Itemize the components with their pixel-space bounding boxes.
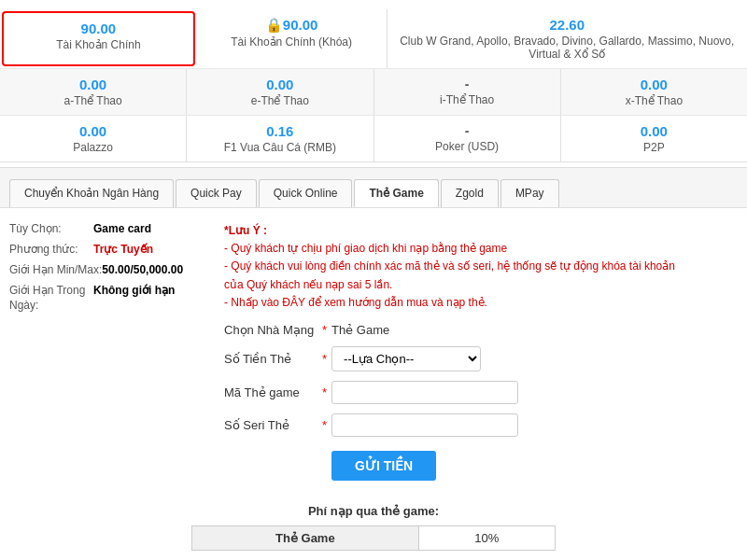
lock-icon: 🔒 — [265, 17, 283, 33]
notice-line2: - Quý khách vui lòng điền chính xác mã t… — [224, 259, 675, 273]
info-gioi-han-value: 50.00/50,000.00 — [102, 263, 183, 276]
balance-e-label: e-Thể Thao — [196, 94, 363, 107]
balance-club: 22.60 Club W Grand, Apollo, Bravado, Div… — [388, 9, 748, 68]
required-star-so-tien: * — [322, 352, 327, 366]
info-gioi-han-ngay-value: Không giới hạn — [93, 284, 175, 297]
so-tien-the-select[interactable]: --Lựa Chọn-- — [331, 346, 481, 371]
balance-x-label: x-Thể Thao — [571, 94, 738, 107]
tab-the-game[interactable]: Thẻ Game — [354, 179, 438, 207]
info-tuy-chon-value: Game card — [93, 222, 151, 235]
tab-quick-pay[interactable]: Quick Pay — [176, 179, 257, 207]
balance-row-top: 90.00 Tài Khoản Chính 🔒90.00 Tài Khoản C… — [0, 9, 747, 68]
balance-x-amount: 0.00 — [571, 77, 738, 92]
notice-line3: của Quý khách nếu nạp sai 5 lần. — [224, 278, 392, 291]
content-area: Tùy Chọn: Game card Phương thức: Trực Tu… — [0, 208, 747, 495]
info-tuy-chon-label: Tùy Chọn: — [9, 222, 93, 235]
tabs: Chuyển Khoản Ngân Hàng Quick Pay Quick O… — [9, 179, 738, 207]
balance-a-the-thao: 0.00 a-Thể Thao — [0, 69, 187, 115]
balance-main-locked-label: Tài Khoản Chính (Khóa) — [206, 35, 377, 49]
tab-mpay[interactable]: MPay — [500, 179, 559, 207]
balance-e-amount: 0.00 — [196, 77, 363, 92]
chon-nha-mang-value: Thẻ Game — [331, 323, 389, 337]
balance-f1: 0.16 F1 Vua Câu Cá (RMB) — [187, 116, 374, 161]
balance-club-amount: 22.60 — [397, 17, 739, 33]
balance-poker-amount: - — [384, 123, 551, 138]
so-seri-label: Số Seri Thẻ — [224, 418, 317, 432]
form-row-nha-mang: Chọn Nhà Mạng * Thẻ Game — [224, 323, 738, 337]
fee-col-name: Thẻ Game — [192, 525, 419, 550]
balance-main: 90.00 Tài Khoản Chính — [2, 11, 195, 66]
so-seri-input[interactable] — [331, 413, 518, 437]
balance-i-the-thao: - i-Thể Thao — [374, 69, 561, 115]
balance-p2p-amount: 0.00 — [571, 123, 738, 139]
notice-line1: - Quý khách tự chịu phí giao dịch khi nạ… — [224, 242, 507, 255]
main-container: 90.00 Tài Khoản Chính 🔒90.00 Tài Khoản C… — [0, 0, 747, 560]
info-gioi-han-label: Giới Hạn Min/Max: — [9, 263, 102, 276]
required-star-so-seri: * — [322, 418, 327, 432]
form-row-ma-the: Mã Thẻ game * — [224, 381, 738, 404]
so-tien-the-label: Số Tiền Thẻ — [224, 352, 317, 366]
info-gioi-han-ngay-label: Giới Hạn TrongNgày: — [9, 284, 93, 313]
form-row-so-tien: Số Tiền Thẻ * --Lựa Chọn-- — [224, 346, 738, 371]
fee-table-row: Thẻ Game 10% — [192, 525, 556, 550]
balance-row2: 0.00 a-Thể Thao 0.00 e-Thể Thao - i-Thể … — [0, 68, 747, 116]
info-gioi-han: Giới Hạn Min/Max: 50.00/50,000.00 — [9, 263, 205, 276]
balance-section: 90.00 Tài Khoản Chính 🔒90.00 Tài Khoản C… — [0, 0, 747, 168]
balance-main-locked-amount: 🔒90.00 — [206, 17, 377, 34]
form-panel: *Lưu Ý : - Quý khách tự chịu phí giao dị… — [224, 222, 738, 481]
balance-poker-label: Poker (USD) — [384, 140, 551, 153]
balance-poker: - Poker (USD) — [374, 116, 561, 161]
submit-row: GỬI TIỀN — [224, 446, 738, 481]
balance-p2p: 0.00 P2P — [561, 116, 747, 161]
tabs-section: Chuyển Khoản Ngân Hàng Quick Pay Quick O… — [0, 168, 747, 208]
balance-club-label: Club W Grand, Apollo, Bravado, Divino, G… — [397, 35, 739, 61]
form-row-so-seri: Số Seri Thẻ * — [224, 413, 738, 437]
balance-i-amount: - — [384, 77, 551, 91]
balance-f1-amount: 0.16 — [196, 123, 363, 139]
info-phuong-thuc-label: Phương thức: — [9, 243, 93, 256]
balance-main-amount: 90.00 — [13, 21, 184, 36]
balance-palazzo-amount: 0.00 — [9, 123, 176, 139]
balance-p2p-label: P2P — [571, 141, 738, 154]
ma-the-label: Mã Thẻ game — [224, 385, 317, 399]
ma-the-input[interactable] — [331, 381, 518, 404]
fee-section: Phí nạp qua thẻ game: Thẻ Game 10% — [0, 495, 747, 560]
balance-palazzo-label: Palazzo — [9, 141, 176, 154]
info-panel: Tùy Chọn: Game card Phương thức: Trực Tu… — [9, 222, 205, 481]
info-gioi-han-ngay: Giới Hạn TrongNgày: Không giới hạn — [9, 284, 205, 313]
balance-i-label: i-Thể Thao — [384, 93, 551, 106]
required-star-ma-the: * — [322, 385, 327, 399]
chon-nha-mang-label: Chọn Nhà Mạng — [224, 323, 317, 337]
balance-main-locked: 🔒90.00 Tài Khoản Chính (Khóa) — [197, 9, 388, 68]
info-phuong-thuc: Phương thức: Trực Tuyến — [9, 243, 205, 256]
notice-line4: - Nhấp vào ĐÂY để xem hướng dẫn mua và n… — [224, 296, 487, 309]
fee-col-value: 10% — [418, 525, 555, 550]
tab-quick-online[interactable]: Quick Online — [259, 179, 353, 207]
balance-e-the-thao: 0.00 e-Thể Thao — [187, 69, 374, 115]
balance-palazzo: 0.00 Palazzo — [0, 116, 187, 161]
balance-row3: 0.00 Palazzo 0.16 F1 Vua Câu Cá (RMB) - … — [0, 116, 747, 162]
balance-a-amount: 0.00 — [9, 77, 176, 92]
balance-main-label: Tài Khoản Chính — [13, 38, 184, 51]
tab-chuyen-khoan[interactable]: Chuyển Khoản Ngân Hàng — [9, 179, 174, 207]
required-star-nha-mang: * — [322, 323, 327, 337]
submit-button[interactable]: GỬI TIỀN — [331, 451, 436, 481]
info-tuy-chon: Tùy Chọn: Game card — [9, 222, 205, 235]
balance-x-the-thao: 0.00 x-Thể Thao — [561, 69, 747, 115]
balance-a-label: a-Thể Thao — [9, 94, 176, 107]
fee-table: Thẻ Game 10% — [191, 525, 556, 551]
balance-f1-label: F1 Vua Câu Cá (RMB) — [196, 141, 363, 154]
tab-zgold[interactable]: Zgold — [441, 179, 499, 207]
info-phuong-thuc-value: Trực Tuyến — [93, 243, 153, 256]
notice: *Lưu Ý : - Quý khách tự chịu phí giao dị… — [224, 222, 738, 312]
notice-title: *Lưu Ý : — [224, 224, 267, 237]
fee-title: Phí nạp qua thẻ game: — [9, 504, 738, 518]
